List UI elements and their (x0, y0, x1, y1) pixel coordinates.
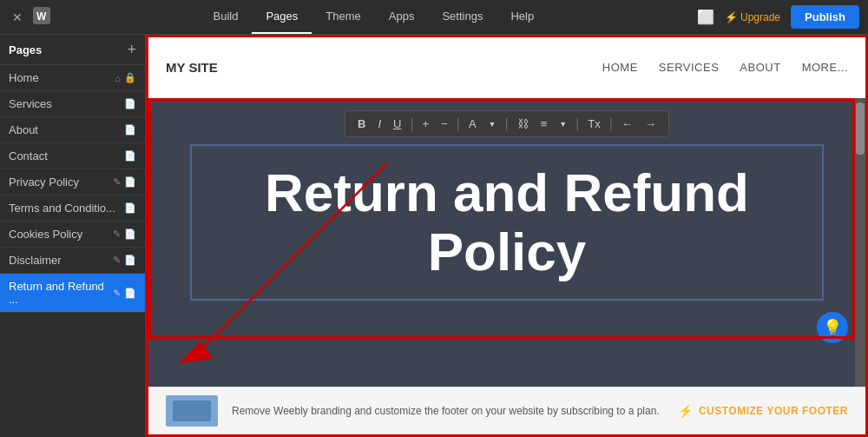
redo-button[interactable]: → (640, 115, 661, 133)
svg-marker-3 (179, 341, 214, 363)
site-nav-more[interactable]: MORE... (802, 61, 848, 74)
add-button[interactable]: + (418, 115, 435, 133)
main-heading: Return and Refund Policy (265, 163, 749, 281)
footer-bar: Remove Weebly branding and customize the… (148, 387, 865, 434)
site-nav-about[interactable]: ABOUT (740, 61, 780, 74)
site-nav-services[interactable]: SERVICES (659, 61, 720, 74)
footer-description: Remove Weebly branding and customize the… (232, 405, 664, 417)
align-dropdown[interactable]: ▼ (554, 117, 572, 131)
font-color-button[interactable]: A (464, 115, 482, 133)
lock-icon: 🔒 (124, 72, 136, 83)
sidebar: Pages + Home ⌂ 🔒 Services 📄 About 📄 Cont… (0, 35, 146, 437)
align-button[interactable]: ≡ (536, 115, 553, 133)
page-icon: 📄 (124, 202, 136, 214)
tab-settings[interactable]: Settings (428, 0, 496, 34)
tab-theme[interactable]: Theme (312, 0, 374, 34)
weebly-logo: W (33, 7, 50, 27)
sidebar-item-cookies-policy[interactable]: Cookies Policy ✎ 📄 (0, 222, 145, 248)
edit-icon: ✎ (113, 228, 121, 240)
edit-icon: ✎ (113, 255, 121, 266)
main-area: Pages + Home ⌂ 🔒 Services 📄 About 📄 Cont… (0, 35, 868, 437)
page-icon: 📄 (124, 98, 136, 109)
tab-build[interactable]: Build (200, 0, 253, 34)
website-preview: MY SITE HOME SERVICES ABOUT MORE... B I … (146, 35, 868, 437)
edit-icon: ✎ (113, 176, 121, 188)
bold-button[interactable]: B (352, 115, 371, 133)
page-icon: 📄 (124, 255, 136, 266)
sidebar-item-terms[interactable]: Terms and Conditio... 📄 (0, 195, 145, 222)
top-navigation: ✕ W Build Pages Theme Apps Settings Help… (0, 0, 868, 35)
separator: | (410, 116, 413, 132)
separator: | (457, 116, 460, 132)
page-icon: 📄 (124, 150, 136, 162)
sidebar-item-home[interactable]: Home ⌂ 🔒 (0, 65, 145, 91)
sidebar-item-about[interactable]: About 📄 (0, 117, 145, 143)
lightning-icon: ⚡ (678, 404, 694, 418)
separator: | (609, 116, 613, 132)
tab-apps[interactable]: Apps (375, 0, 429, 34)
link-button[interactable]: ⛓ (512, 115, 534, 133)
preview-area: MY SITE HOME SERVICES ABOUT MORE... B I … (146, 35, 868, 437)
sidebar-item-privacy-policy[interactable]: Privacy Policy ✎ 📄 (0, 169, 145, 195)
separator: | (505, 116, 509, 132)
minus-button[interactable]: − (436, 115, 453, 133)
text-editor-toolbar: B I U | + − | A ▼ | ⛓ ≡ ▼ | Tx | ← (345, 110, 669, 137)
format-button[interactable]: Tx (582, 115, 605, 133)
add-page-button[interactable]: + (127, 42, 136, 57)
tab-help[interactable]: Help (496, 0, 548, 34)
tab-pages[interactable]: Pages (252, 0, 312, 34)
sidebar-header: Pages + (0, 35, 145, 65)
site-header: MY SITE HOME SERVICES ABOUT MORE... (148, 37, 865, 98)
page-icon: 📄 (124, 176, 136, 188)
italic-button[interactable]: I (372, 115, 386, 133)
svg-text:W: W (36, 10, 47, 23)
publish-button[interactable]: Publish (791, 5, 859, 29)
font-color-dropdown[interactable]: ▼ (483, 117, 502, 131)
separator: | (575, 116, 579, 132)
sidebar-title: Pages (9, 43, 42, 56)
scroll-thumb[interactable] (856, 103, 865, 155)
page-icon: 📄 (124, 228, 136, 240)
site-nav: HOME SERVICES ABOUT MORE... (602, 61, 848, 74)
page-icon: 📄 (124, 288, 136, 299)
edit-icon: ✎ (113, 288, 121, 299)
lightbulb-button[interactable]: 💡 (817, 312, 848, 343)
text-content-box[interactable]: Return and Refund Policy (190, 144, 824, 301)
home-icon: ⌂ (115, 73, 121, 83)
sidebar-item-disclaimer[interactable]: Disclaimer ✎ 📄 (0, 248, 145, 274)
content-area: B I U | + − | A ▼ | ⛓ ≡ ▼ | Tx | ← (148, 98, 865, 387)
footer-thumbnail (166, 395, 218, 427)
close-button[interactable]: ✕ (9, 9, 26, 26)
footer-img-inner (173, 401, 211, 421)
site-nav-home[interactable]: HOME (602, 61, 638, 74)
page-icon: 📄 (124, 124, 136, 136)
device-toggle[interactable]: ⬜ (697, 9, 714, 25)
underline-button[interactable]: U (388, 115, 406, 133)
customize-footer-button[interactable]: ⚡ CUSTOMIZE YOUR FOOTER (678, 404, 848, 418)
sidebar-item-contact[interactable]: Contact 📄 (0, 143, 145, 169)
nav-tabs: Build Pages Theme Apps Settings Help (59, 0, 688, 34)
sidebar-item-return-refund[interactable]: Return and Refund ... ✎ 📄 (0, 274, 145, 313)
site-logo: MY SITE (166, 60, 218, 75)
scrollbar[interactable] (855, 98, 865, 387)
sidebar-item-services[interactable]: Services 📄 (0, 91, 145, 117)
upgrade-button[interactable]: ⚡ Upgrade (725, 11, 780, 23)
undo-button[interactable]: ← (616, 115, 638, 133)
